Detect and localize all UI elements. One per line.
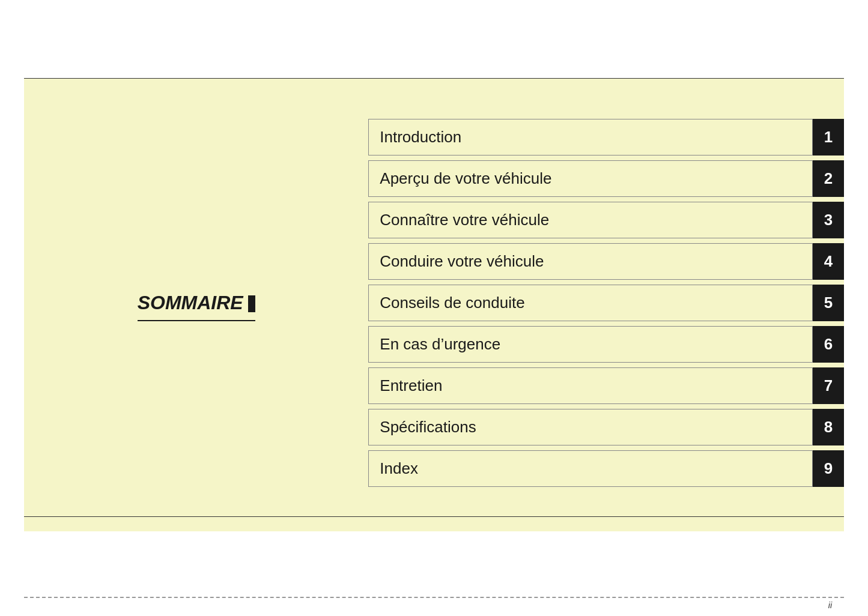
sommaire-title: SOMMAIRE bbox=[138, 292, 255, 319]
left-panel-sommaire: SOMMAIRE bbox=[24, 79, 368, 531]
toc-number-4: 4 bbox=[813, 243, 844, 280]
dashed-bottom-line bbox=[24, 597, 844, 598]
toc-item-connaitre[interactable]: Connaître votre véhicule bbox=[368, 202, 813, 238]
toc-number-label-5: 5 bbox=[824, 294, 833, 312]
toc-label-connaitre: Connaître votre véhicule bbox=[380, 211, 549, 229]
toc-label-entretien: Entretien bbox=[380, 376, 442, 395]
toc-number-6: 6 bbox=[813, 326, 844, 363]
sommaire-marker-bar bbox=[248, 295, 255, 312]
toc-row-1: Introduction 1 bbox=[368, 119, 844, 156]
toc-number-label-8: 8 bbox=[824, 418, 833, 436]
toc-number-2: 2 bbox=[813, 160, 844, 197]
toc-row-8: Spécifications 8 bbox=[368, 409, 844, 445]
toc-number-label-3: 3 bbox=[824, 211, 833, 229]
toc-label-conduire: Conduire votre véhicule bbox=[380, 252, 544, 271]
toc-row-9: Index 9 bbox=[368, 450, 844, 487]
toc-row-2: Aperçu de votre véhicule 2 bbox=[368, 160, 844, 197]
toc-item-conseils[interactable]: Conseils de conduite bbox=[368, 285, 813, 321]
toc-number-1: 1 bbox=[813, 119, 844, 156]
toc-label-index: Index bbox=[380, 459, 418, 478]
toc-number-9: 9 bbox=[813, 450, 844, 487]
toc-number-label-1: 1 bbox=[824, 128, 833, 146]
toc-number-7: 7 bbox=[813, 367, 844, 404]
toc-number-label-2: 2 bbox=[824, 169, 833, 188]
toc-label-urgence: En cas d’urgence bbox=[380, 335, 500, 354]
toc-item-urgence[interactable]: En cas d’urgence bbox=[368, 326, 813, 363]
toc-item-introduction[interactable]: Introduction bbox=[368, 119, 813, 156]
toc-label-apercu: Aperçu de votre véhicule bbox=[380, 169, 551, 188]
toc-number-5: 5 bbox=[813, 285, 844, 321]
page-container: SOMMAIRE Introduction 1 Aperçu de votre … bbox=[0, 0, 868, 616]
right-panel-toc: Introduction 1 Aperçu de votre véhicule … bbox=[368, 79, 844, 531]
bottom-divider-line bbox=[24, 516, 844, 517]
toc-number-label-7: 7 bbox=[824, 376, 833, 395]
main-content-area: SOMMAIRE Introduction 1 Aperçu de votre … bbox=[24, 79, 844, 531]
toc-item-conduire[interactable]: Conduire votre véhicule bbox=[368, 243, 813, 280]
toc-number-label-6: 6 bbox=[824, 335, 833, 354]
toc-item-index[interactable]: Index bbox=[368, 450, 813, 487]
toc-row-7: Entretien 7 bbox=[368, 367, 844, 404]
toc-number-label-9: 9 bbox=[824, 459, 833, 478]
toc-number-3: 3 bbox=[813, 202, 844, 238]
toc-item-specifications[interactable]: Spécifications bbox=[368, 409, 813, 445]
toc-row-5: Conseils de conduite 5 bbox=[368, 285, 844, 321]
toc-item-entretien[interactable]: Entretien bbox=[368, 367, 813, 404]
toc-label-introduction: Introduction bbox=[380, 128, 461, 146]
toc-row-6: En cas d’urgence 6 bbox=[368, 326, 844, 363]
toc-label-specifications: Spécifications bbox=[380, 418, 476, 436]
toc-number-8: 8 bbox=[813, 409, 844, 445]
page-number: ii bbox=[828, 600, 832, 610]
toc-label-conseils: Conseils de conduite bbox=[380, 294, 524, 312]
sommaire-label: SOMMAIRE bbox=[138, 292, 243, 313]
toc-row-3: Connaître votre véhicule 3 bbox=[368, 202, 844, 238]
toc-item-apercu[interactable]: Aperçu de votre véhicule bbox=[368, 160, 813, 197]
toc-row-4: Conduire votre véhicule 4 bbox=[368, 243, 844, 280]
toc-number-label-4: 4 bbox=[824, 252, 833, 271]
